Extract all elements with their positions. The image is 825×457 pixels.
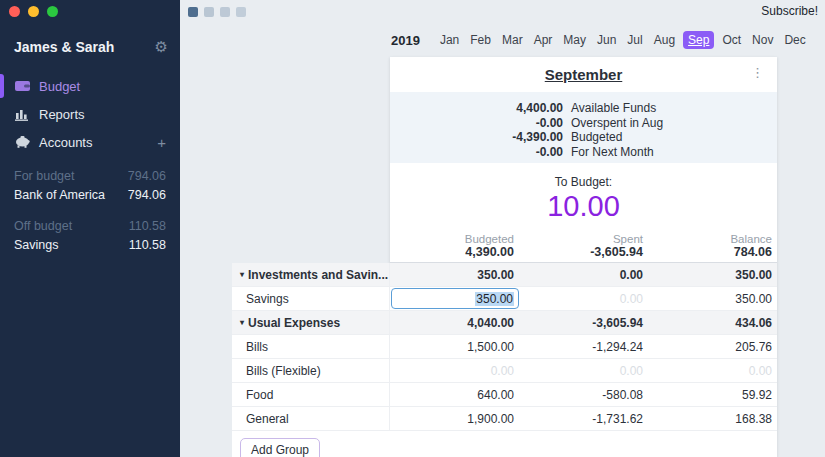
category-name-cell[interactable]: Bills [232,335,390,358]
category-name: Bills [246,340,268,354]
sidebar-item-label: Reports [39,107,85,122]
spent-cell[interactable]: -580.08 [519,388,648,402]
month-menu-icon[interactable]: ⋮ [751,66,764,80]
summary-line: 4,400.00Available Funds [390,101,777,116]
month-dec[interactable]: Dec [781,31,808,49]
category-row: Food640.00-580.0859.92 [232,383,777,407]
category-name-cell[interactable]: ▾Usual Expenses [232,311,390,334]
category-name-cell[interactable]: ▾Investments and Savin...⌄ [232,263,390,286]
category-name: Investments and Savin... [248,268,388,282]
sidebar-item-reports[interactable]: Reports [0,100,180,128]
close-window-button[interactable] [9,6,20,17]
summary-line: -0.00Overspent in Aug [390,116,777,131]
year-label: 2019 [391,33,420,48]
account-balance: 110.58 [129,219,166,233]
category-group-row: ▾Investments and Savin...⌄350.000.00350.… [232,263,777,287]
add-account-icon[interactable]: + [157,135,166,150]
account-item[interactable]: Bank of America794.06 [14,185,166,204]
month-feb[interactable]: Feb [467,31,494,49]
bar-chart-icon [14,108,30,121]
month-oct[interactable]: Oct [719,31,744,49]
month-aug[interactable]: Aug [651,31,678,49]
view-size-button[interactable] [220,7,230,17]
gear-icon[interactable]: ⚙ [155,38,168,56]
month-title[interactable]: September [545,66,623,83]
month-view-size-buttons [188,7,246,17]
sidebar-item-budget[interactable]: Budget [0,72,180,100]
minimize-window-button[interactable] [28,6,39,17]
zoom-window-button[interactable] [47,6,58,17]
month-may[interactable]: May [560,31,589,49]
summary-label: Available Funds [571,101,656,116]
summary-line: -4,390.00Budgeted [390,130,777,145]
to-budget-block: To Budget: 10.00 [390,175,777,223]
account-label: Bank of America [14,188,105,202]
spent-cell[interactable]: 0.00 [519,268,648,282]
category-name: General [246,412,289,426]
category-name-cell[interactable]: Savings [232,287,390,310]
summary-amount: -0.00 [390,116,563,131]
spent-cell[interactable]: -3,605.94 [519,316,648,330]
summary-label: For Next Month [571,145,654,160]
month-sep[interactable]: Sep [683,31,714,49]
category-name: Savings [246,292,289,306]
to-budget-amount[interactable]: 10.00 [390,190,777,223]
balance-cell[interactable]: 350.00 [648,292,777,306]
balance-cell[interactable]: 0.00 [648,364,777,378]
view-size-button[interactable] [204,7,214,17]
category-name-cell[interactable]: General [232,407,390,430]
account-balance: 794.06 [128,169,166,183]
subscribe-link[interactable]: Subscribe! [761,4,818,18]
balance-cell[interactable]: 59.92 [648,388,777,402]
budgeted-cell[interactable]: 4,040.00 [390,316,519,330]
category-table: ▾Investments and Savin...⌄350.000.00350.… [232,263,777,457]
account-label: For budget [14,169,74,183]
category-name-cell[interactable]: Bills (Flexible) [232,359,390,382]
month-bar: 2019 JanFebMarAprMayJunJulAugSepOctNovDe… [391,30,825,50]
month-apr[interactable]: Apr [531,31,556,49]
category-row: Bills1,500.00-1,294.24205.76 [232,335,777,359]
account-item[interactable]: Savings110.58 [14,235,166,254]
budgeted-cell[interactable]: 1,900.00 [390,412,519,426]
account-balance: 794.06 [128,188,166,202]
budget-amount-input[interactable]: 350.00 [391,288,519,309]
summary-amount: 4,400.00 [390,101,563,116]
sidebar-item-accounts[interactable]: Accounts + [0,128,180,156]
to-budget-label: To Budget: [390,175,777,189]
spent-cell[interactable]: -1,294.24 [519,340,648,354]
view-size-button[interactable] [188,7,198,17]
summary-label: Budgeted [571,130,622,145]
account-group-header: For budget794.06 [14,166,166,185]
month-jul[interactable]: Jul [624,31,645,49]
account-group-header: Off budget110.58 [14,216,166,235]
budget-file-title[interactable]: James & Sarah [14,39,114,55]
budgeted-cell[interactable]: 1,500.00 [390,340,519,354]
budgeted-cell[interactable]: 0.00 [390,364,519,378]
month-mar[interactable]: Mar [499,31,526,49]
budgeted-cell[interactable]: 350.00 [390,268,519,282]
add-group-button[interactable]: Add Group [240,438,320,457]
funds-summary: 4,400.00Available Funds-0.00Overspent in… [390,92,777,163]
balance-cell[interactable]: 168.38 [648,412,777,426]
balance-total: 784.06 [648,245,772,259]
summary-line: -0.00For Next Month [390,145,777,160]
budgeted-cell[interactable]: 640.00 [390,388,519,402]
view-size-button[interactable] [236,7,246,17]
balance-cell[interactable]: 350.00 [648,268,777,282]
spent-cell[interactable]: 0.00 [519,364,648,378]
category-name: Food [246,388,273,402]
account-balance: 110.58 [129,238,166,252]
balance-cell[interactable]: 205.76 [648,340,777,354]
month-jan[interactable]: Jan [437,31,462,49]
month-jun[interactable]: Jun [594,31,619,49]
spent-cell[interactable]: 0.00 [519,292,648,306]
balance-cell[interactable]: 434.06 [648,316,777,330]
wallet-icon [14,80,30,92]
collapse-triangle-icon[interactable]: ▾ [240,270,244,279]
totals-header: Budgeted 4,390.00 Spent -3,605.94 Balanc… [390,233,777,263]
category-name-cell[interactable]: Food [232,383,390,406]
category-row: General1,900.00-1,731.62168.38 [232,407,777,431]
spent-cell[interactable]: -1,731.62 [519,412,648,426]
month-nov[interactable]: Nov [749,31,776,49]
collapse-triangle-icon[interactable]: ▾ [240,318,244,327]
